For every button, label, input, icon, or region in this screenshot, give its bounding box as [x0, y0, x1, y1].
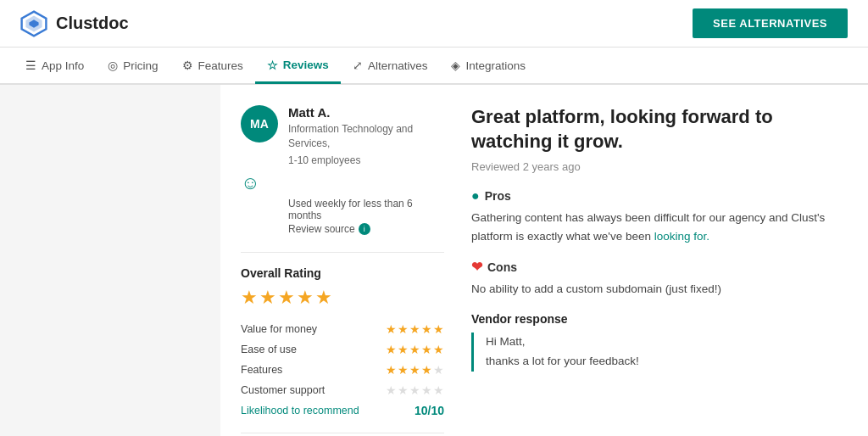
vendor-response-section: Vendor response Hi Matt, thanks a lot fo…	[471, 312, 851, 372]
reviewer-details: Matt A. Information Technology and Servi…	[288, 105, 444, 167]
mini-stars-ease: ★ ★ ★ ★ ★	[386, 343, 444, 356]
overall-stars: ★ ★ ★ ★ ★	[241, 287, 444, 309]
usage-text: Used weekly for less than 6 months	[288, 198, 444, 221]
recommend-score: 10/10	[415, 404, 444, 417]
nav-label-pricing: Pricing	[123, 59, 158, 72]
review-right-panel: Great platform, looking forward to watch…	[471, 105, 851, 436]
star-3: ★	[278, 287, 295, 309]
pricing-icon: ◎	[108, 59, 118, 72]
rating-label-value: Value for money	[241, 323, 317, 335]
mini-stars-features: ★ ★ ★ ★ ★	[386, 363, 444, 377]
share-section: Share this review: in	[241, 433, 444, 436]
nav-item-features[interactable]: ⚙ Features	[170, 48, 255, 83]
review-source: Review source i	[288, 223, 444, 235]
overall-rating-label: Overall Rating	[241, 266, 444, 280]
reviewer-company: Information Technology and Services,	[288, 122, 444, 151]
vendor-response-line1: Hi Matt,	[486, 335, 526, 348]
reviewer-name: Matt A.	[288, 105, 444, 120]
header: Clustdoc SEE ALTERNATIVES	[0, 0, 868, 48]
pros-label: Pros	[485, 189, 511, 203]
rating-label-support: Customer support	[241, 384, 325, 396]
vendor-response-line2: thanks a lot for your feedback!	[486, 355, 639, 367]
see-alternatives-button[interactable]: SEE ALTERNATIVES	[693, 8, 848, 38]
vendor-response-block: Hi Matt, thanks a lot for your feedback!	[471, 333, 851, 372]
vendor-response-text: Hi Matt, thanks a lot for your feedback!	[486, 333, 851, 372]
cons-section: ❤ Cons No ability to add a custom subdom…	[471, 259, 851, 299]
vendor-response-label: Vendor response	[471, 312, 851, 326]
rating-row-features: Features ★ ★ ★ ★ ★	[241, 363, 444, 377]
reviewer-info: MA Matt A. Information Technology and Se…	[241, 105, 444, 167]
rating-row-recommend: Likelihood to recommend 10/10	[241, 404, 444, 417]
mini-stars-support: ★ ★ ★ ★ ★	[386, 383, 444, 397]
logo-area: Clustdoc	[20, 10, 129, 37]
star-1: ★	[241, 287, 258, 309]
nav-item-pricing[interactable]: ◎ Pricing	[96, 48, 170, 83]
pros-header: ● Pros	[471, 188, 851, 204]
reviews-icon: ☆	[267, 59, 278, 72]
nav-label-app-info: App Info	[42, 59, 84, 72]
rating-label-features: Features	[241, 364, 282, 376]
nav-item-alternatives[interactable]: ⤢ Alternatives	[341, 48, 440, 83]
rating-label-recommend[interactable]: Likelihood to recommend	[241, 405, 359, 416]
pros-section: ● Pros Gathering content has always been…	[471, 188, 851, 245]
star-5: ★	[315, 287, 332, 309]
nav-item-reviews[interactable]: ☆ Reviews	[255, 48, 341, 84]
nav-item-app-info[interactable]: ☰ App Info	[14, 48, 96, 83]
main-nav: ☰ App Info ◎ Pricing ⚙ Features ☆ Review…	[0, 48, 868, 85]
integrations-icon: ◈	[451, 59, 460, 72]
content-area: MA Matt A. Information Technology and Se…	[220, 85, 868, 436]
pros-text: Gathering content has always been diffic…	[471, 209, 851, 245]
mini-stars-value: ★ ★ ★ ★ ★	[386, 322, 444, 336]
rating-rows: Value for money ★ ★ ★ ★ ★ Ease of use	[241, 322, 444, 417]
pros-link[interactable]: looking for.	[654, 230, 709, 243]
review-source-label: Review source	[288, 223, 355, 235]
sidebar	[0, 85, 220, 436]
reviewer-company2: 1-10 employees	[288, 154, 444, 168]
hamburger-icon: ☰	[25, 59, 36, 72]
rating-row-ease: Ease of use ★ ★ ★ ★ ★	[241, 343, 444, 356]
main-content: MA Matt A. Information Technology and Se…	[0, 85, 868, 436]
avatar: MA	[241, 105, 278, 143]
rating-label-ease: Ease of use	[241, 344, 297, 355]
overall-rating-section: Overall Rating ★ ★ ★ ★ ★ Value for money…	[241, 252, 444, 417]
cons-label: Cons	[487, 260, 517, 274]
features-icon: ⚙	[182, 59, 193, 72]
star-2: ★	[259, 287, 276, 309]
info-icon[interactable]: i	[359, 223, 370, 235]
cons-icon: ❤	[471, 259, 482, 275]
reviewed-ago: Reviewed 2 years ago	[471, 160, 851, 173]
star-4: ★	[297, 287, 314, 309]
review-title: Great platform, looking forward to watch…	[471, 105, 851, 154]
nav-item-integrations[interactable]: ◈ Integrations	[439, 48, 537, 83]
nav-label-integrations: Integrations	[465, 59, 526, 72]
rating-row-value: Value for money ★ ★ ★ ★ ★	[241, 322, 444, 336]
cons-text: No ability to add a custom subdomain (ju…	[471, 280, 851, 299]
logo-text: Clustdoc	[56, 14, 129, 33]
logo-icon	[20, 10, 47, 37]
alternatives-icon: ⤢	[353, 59, 363, 72]
rating-row-support: Customer support ★ ★ ★ ★ ★	[241, 383, 444, 397]
pros-icon: ●	[471, 188, 480, 204]
smiley-icon: ☺	[241, 172, 259, 194]
nav-label-features: Features	[198, 59, 243, 72]
nav-label-reviews: Reviews	[283, 59, 329, 71]
cons-header: ❤ Cons	[471, 259, 851, 275]
nav-label-alternatives: Alternatives	[368, 59, 428, 72]
review-left-panel: MA Matt A. Information Technology and Se…	[241, 105, 444, 436]
